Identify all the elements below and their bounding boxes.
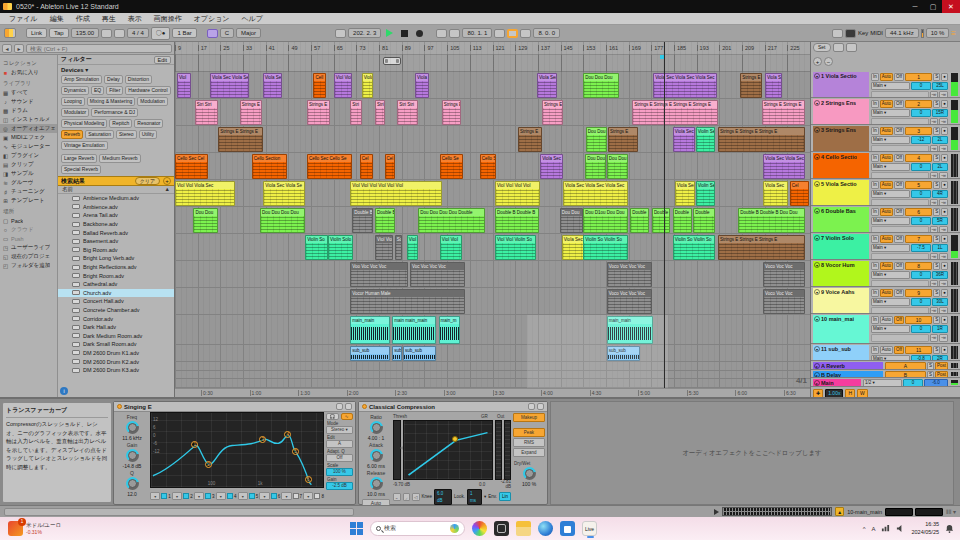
- monitor-in-button[interactable]: In: [871, 181, 879, 189]
- track-lane[interactable]: [175, 371, 810, 380]
- pan-field[interactable]: 5R: [932, 217, 948, 225]
- filter-tag-Resonator[interactable]: Resonator: [134, 119, 163, 128]
- clip-Violin[interactable]: Violin So Violin So: [673, 235, 716, 260]
- punch-out-icon[interactable]: [520, 29, 531, 38]
- arm-button[interactable]: ●: [941, 73, 948, 81]
- overdub-icon[interactable]: [436, 29, 447, 38]
- track-lane[interactable]: [175, 379, 810, 388]
- monitor-in-button[interactable]: In: [871, 289, 879, 297]
- pan-field[interactable]: 1L: [932, 244, 948, 252]
- send-b-field[interactable]: -∞: [939, 91, 948, 98]
- arm-button[interactable]: ●: [941, 235, 948, 243]
- track-lane[interactable]: [175, 315, 810, 345]
- warning-badge[interactable]: ▲: [835, 507, 844, 516]
- curve-view-icon[interactable]: ◞: [403, 493, 411, 501]
- sidebar-item-モジュレーター[interactable]: ∿モジュレーター: [0, 142, 57, 151]
- volume-field[interactable]: 0: [911, 271, 931, 279]
- filter-tag-Stereo[interactable]: Stereo: [116, 130, 137, 139]
- output-routing-chooser[interactable]: Main ▾: [871, 163, 910, 171]
- save-preset-icon[interactable]: [345, 403, 352, 410]
- clip-main_main[interactable]: main_main: [350, 316, 389, 344]
- main-volume-field[interactable]: 0: [903, 379, 923, 387]
- band-toggle-8[interactable]: [314, 493, 320, 499]
- nudge-down-icon[interactable]: [101, 29, 112, 38]
- clip-Cello[interactable]: Cello Sec Cello Se: [307, 154, 352, 179]
- makeup-button[interactable]: Makeup: [513, 413, 545, 422]
- clip-sub[interactable]: sub: [392, 346, 402, 361]
- clip-Dou[interactable]: Dou Dou: [586, 127, 608, 152]
- monitor-off-button[interactable]: Off: [894, 127, 904, 135]
- comp-device-title[interactable]: Classical Compression: [369, 404, 435, 410]
- monitor-auto-button[interactable]: Auto: [880, 127, 893, 135]
- loop-length-field[interactable]: 8. 0. 0: [533, 28, 560, 38]
- track-lane[interactable]: [175, 362, 810, 371]
- draw-mode-icon[interactable]: [832, 29, 843, 38]
- notification-bell-icon[interactable]: [945, 524, 954, 533]
- q-value[interactable]: 12.0: [114, 491, 150, 497]
- maximize-button[interactable]: ▢: [924, 0, 942, 13]
- ratio-knob[interactable]: [370, 421, 383, 434]
- fold-icon[interactable]: ▾: [814, 100, 820, 106]
- track-activator[interactable]: 9: [905, 289, 932, 297]
- output-routing-chooser[interactable]: Main ▾: [871, 244, 910, 252]
- monitor-in-button[interactable]: In: [871, 262, 879, 270]
- ime-indicator[interactable]: A: [871, 526, 875, 532]
- track-color-block[interactable]: ▾9 Voice Aahs: [813, 288, 869, 313]
- send-a-field[interactable]: -∞: [930, 253, 939, 260]
- clip-Double[interactable]: Double B Double B Dou Dou: [738, 208, 805, 233]
- widgets-button[interactable]: 1 米ドル/ユーロ -0.31%: [8, 521, 61, 536]
- band-shape-chooser[interactable]: ▾: [172, 492, 182, 500]
- band-shape-chooser[interactable]: ▾: [259, 492, 269, 500]
- output-routing-chooser[interactable]: Main ▾: [871, 190, 910, 198]
- fold-icon[interactable]: ▾: [814, 181, 820, 187]
- clip-Viola[interactable]: Viola Sec Viola Sec: [763, 154, 805, 179]
- clip-Dou[interactable]: Dou D1ou Dou Dou: [583, 208, 627, 233]
- send-b-field[interactable]: -∞: [939, 199, 948, 206]
- sidebar-item-すべて[interactable]: ▦すべて: [0, 88, 57, 97]
- filter-tag-Utility[interactable]: Utility: [139, 130, 157, 139]
- clip-Viol[interactable]: Viol: [407, 235, 418, 260]
- track-color-block[interactable]: ▾8 Vocor Hum: [813, 261, 869, 286]
- clip-Dou[interactable]: Dou Dou: [193, 208, 218, 233]
- output-routing-chooser[interactable]: Main ▾: [871, 217, 910, 225]
- clip-Dou[interactable]: Dou Dou: [560, 208, 583, 233]
- file-row[interactable]: Big Room.adv: [58, 246, 174, 255]
- browser-search-input[interactable]: 検索 (Ctrl + F): [26, 44, 172, 53]
- file-row[interactable]: DM 2600 Drum K1.adv: [58, 349, 174, 358]
- return-activator[interactable]: B: [885, 371, 926, 379]
- file-row[interactable]: Cathedral.adv: [58, 280, 174, 289]
- microsoft-store-icon[interactable]: [560, 521, 575, 536]
- sidebar-item-現在のプロジェ[interactable]: ◱現在のプロジェ: [0, 252, 57, 261]
- track-lane[interactable]: [175, 261, 810, 288]
- filter-tag-Modulation[interactable]: Modulation: [137, 97, 167, 106]
- volume-field[interactable]: 0: [911, 298, 931, 306]
- output-routing-chooser[interactable]: Main ▾: [871, 355, 910, 361]
- monitor-off-button[interactable]: Off: [894, 181, 904, 189]
- punch-in-icon[interactable]: [494, 29, 505, 38]
- file-row[interactable]: Corridor.adv: [58, 314, 174, 323]
- monitor-in-button[interactable]: In: [871, 235, 879, 243]
- monitor-auto-button[interactable]: Auto: [880, 316, 893, 324]
- sidebar-item-クリップ[interactable]: ▤クリップ: [0, 160, 57, 169]
- filter-tag-EQ[interactable]: EQ: [91, 86, 104, 95]
- stop-button[interactable]: [401, 30, 408, 37]
- band-shape-chooser[interactable]: ▾: [194, 492, 204, 500]
- track-activator[interactable]: 2: [905, 100, 932, 108]
- sidebar-item-テンプレート[interactable]: ⊞テンプレート: [0, 196, 57, 205]
- clip-Viola[interactable]: Viola Sec Viola Sec Viola Sec: [563, 181, 628, 206]
- send-a-field[interactable]: -∞: [930, 91, 939, 98]
- track-activator[interactable]: 7: [905, 235, 932, 243]
- filter-tag-Performance & DJ[interactable]: Performance & DJ: [91, 108, 138, 117]
- key-map-toggle[interactable]: Key: [858, 30, 868, 36]
- file-row[interactable]: Ambience.adv: [58, 203, 174, 212]
- track-activator[interactable]: 6: [905, 208, 932, 216]
- solo-button[interactable]: S: [927, 362, 934, 370]
- attack-value[interactable]: 6.00 ms: [359, 463, 393, 469]
- browser-forward-icon[interactable]: ▸: [14, 44, 24, 53]
- send-b-field[interactable]: -∞: [939, 145, 948, 152]
- clip-Violin[interactable]: Violin Se: [696, 181, 716, 206]
- clip-Cello[interactable]: Cello Sec Cel: [175, 154, 208, 179]
- clip-Double[interactable]: Double B Double B: [495, 208, 539, 233]
- arm-button[interactable]: ●: [941, 262, 948, 270]
- device-activator-led[interactable]: [117, 404, 122, 409]
